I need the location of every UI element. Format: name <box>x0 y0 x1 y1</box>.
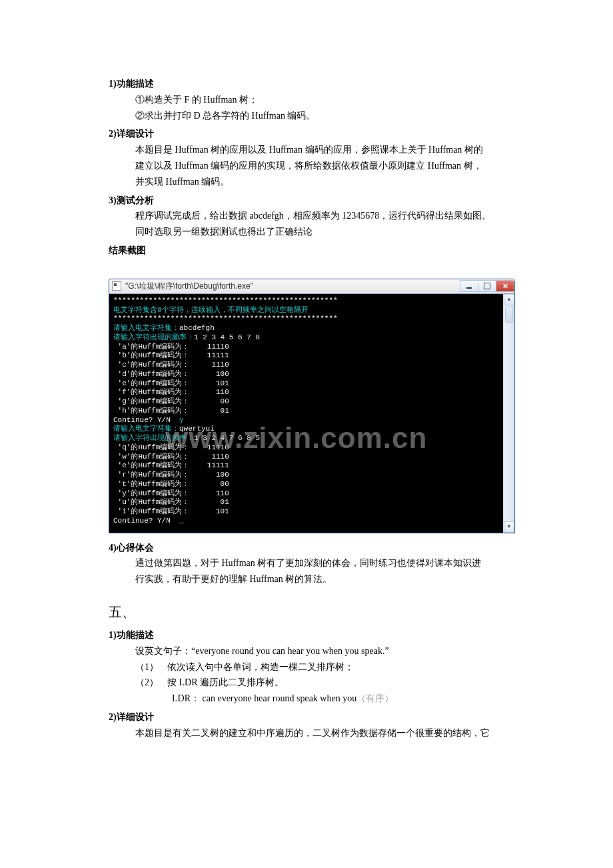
list-item: （1）依次读入句中各单词，构造一棵二叉排序树； <box>109 659 508 675</box>
text-line: ②求出并打印 D 总各字符的 Huffman 编码。 <box>109 108 508 124</box>
ldr-text: can everyone hear round speak when you <box>200 693 356 703</box>
heading-functional-description: 1)功能描述 <box>109 76 508 92</box>
window-title: "G:\垃圾\程序\forth\Debug\forth.exe" <box>125 279 460 293</box>
heading-detailed-design-2: 2)详细设计 <box>109 709 508 725</box>
text-line: 设英文句子：“everyone round you can hear you w… <box>109 643 508 659</box>
text-line: 并实现 Huffman 编码。 <box>109 174 508 190</box>
text-line: 本题目是有关二叉树的建立和中序遍历的，二叉树作为数据存储一个很重要的结构，它 <box>109 725 508 741</box>
heading-result-screenshot: 结果截图 <box>109 243 508 259</box>
window-app-icon <box>112 281 121 291</box>
scroll-thumb[interactable] <box>505 307 513 323</box>
ldr-note: （有序） <box>356 693 394 703</box>
scroll-up-button[interactable]: ▲ <box>504 294 514 305</box>
heading-functional-description-2: 1)功能描述 <box>109 627 508 643</box>
list-text: 按 LDR 遍历此二叉排序树。 <box>167 677 284 687</box>
list-text: 依次读入句中各单词，构造一棵二叉排序树； <box>167 662 354 672</box>
window-titlebar: "G:\垃圾\程序\forth\Debug\forth.exe" <box>109 279 514 294</box>
window-minimize-button[interactable] <box>460 280 478 292</box>
text-line: 行实践，有助于更好的理解 Huffman 树的算法。 <box>109 571 508 587</box>
text-line: 本题目是 Huffman 树的应用以及 Huffman 编码的应用，参照课本上关… <box>109 142 508 158</box>
list-number: （2） <box>135 675 167 691</box>
ldr-line: LDR： can everyone hear round speak when … <box>109 691 508 707</box>
text-line: 建立以及 Huffman 编码的应用的实现，将所给数据依权值最小原则建立 Huf… <box>109 158 508 174</box>
window-maximize-button[interactable] <box>478 280 496 292</box>
list-number: （1） <box>135 659 167 675</box>
text-line: 程序调试完成后，给出数据 abcdefgh，相应频率为 12345678，运行代… <box>109 208 508 224</box>
heading-detailed-design: 2)详细设计 <box>109 126 508 142</box>
heading-test-analysis: 3)测试分析 <box>109 193 508 209</box>
console-scrollbar[interactable]: ▲ ▼ <box>503 294 514 533</box>
scroll-track[interactable] <box>504 324 514 521</box>
text-line: ①构造关于 F 的 Huffman 树； <box>109 92 508 108</box>
console-output: ****************************************… <box>109 294 503 533</box>
window-close-button[interactable] <box>496 280 514 292</box>
text-line: 通过做第四题，对于 Huffman 树有了更加深刻的体会，同时练习也使得对课本知… <box>109 555 508 571</box>
list-item: （2）按 LDR 遍历此二叉排序树。 <box>109 675 508 691</box>
text-line: 同时选取另一组数据测试也得出了正确结论 <box>109 224 508 240</box>
console-window: "G:\垃圾\程序\forth\Debug\forth.exe" *******… <box>109 279 515 533</box>
heading-section-five: 五、 <box>109 601 508 623</box>
ldr-label: LDR： <box>172 693 200 703</box>
heading-experience: 4)心得体会 <box>109 540 508 556</box>
scroll-down-button[interactable]: ▼ <box>504 521 514 533</box>
